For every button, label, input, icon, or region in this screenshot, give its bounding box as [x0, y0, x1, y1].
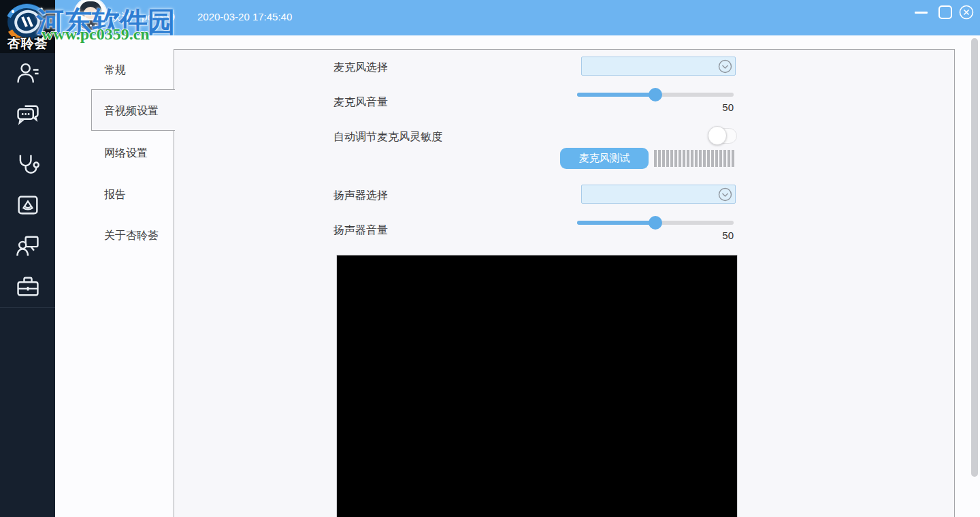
speaker-volume-value: 50: [701, 230, 734, 241]
watermark-site-url: www.pc0359.cn: [42, 25, 150, 44]
sidebar-item-toolbox[interactable]: [14, 273, 42, 300]
tab-general[interactable]: 常规: [104, 63, 126, 78]
tab-report[interactable]: 报告: [104, 188, 126, 202]
datetime-text: 2020-03-20 17:45:40: [197, 11, 292, 22]
scrollbar-thumb[interactable]: [971, 38, 978, 477]
app-window: 欢迎，pc0359 2020-03-20 17:45:40: [0, 0, 980, 517]
mic-level-meter: [654, 150, 734, 167]
chevron-down-icon: [718, 187, 732, 202]
sidebar-item-consult[interactable]: [14, 151, 42, 178]
speaker-select-label: 扬声器选择: [333, 189, 388, 203]
speaker-select-dropdown[interactable]: [581, 185, 736, 204]
stethoscope-icon: [14, 151, 42, 178]
mic-select-dropdown[interactable]: [581, 57, 736, 76]
slider-thumb[interactable]: [649, 216, 662, 230]
mic-volume-label: 麦克风音量: [333, 95, 388, 110]
tab-about[interactable]: 关于杏聆荟: [104, 229, 159, 243]
camera-preview: [336, 255, 738, 517]
minimize-button[interactable]: [915, 12, 928, 14]
mic-select-label: 麦克风选择: [333, 61, 388, 75]
speaker-volume-label: 扬声器音量: [333, 223, 388, 238]
mic-volume-value: 50: [701, 101, 734, 113]
sidebar-item-contacts[interactable]: [14, 60, 42, 87]
sidebar-item-lecture[interactable]: [14, 232, 42, 260]
tab-network[interactable]: 网络设置: [104, 146, 148, 161]
auto-gain-label: 自动调节麦克风灵敏度: [333, 130, 442, 144]
chat-icon: [14, 101, 42, 128]
slider-fill: [577, 221, 655, 225]
toolbox-icon: [14, 273, 42, 300]
sidebar-divider: [0, 307, 55, 308]
maximize-button[interactable]: [938, 5, 952, 19]
sidebar-item-ultrasound[interactable]: [14, 191, 42, 219]
auto-gain-toggle[interactable]: [708, 126, 738, 145]
tab-audio-video[interactable]: 音视频设置: [104, 104, 159, 119]
slider-fill: [577, 93, 655, 97]
close-icon: [959, 5, 974, 20]
toggle-knob: [708, 126, 727, 145]
mic-volume-slider[interactable]: [577, 88, 734, 101]
close-button[interactable]: [959, 5, 974, 20]
speaker-volume-slider[interactable]: [577, 216, 734, 230]
lecture-icon: [14, 232, 42, 260]
mic-test-button[interactable]: 麦克风测试: [560, 148, 649, 169]
slider-thumb[interactable]: [649, 88, 662, 101]
chevron-down-icon: [718, 59, 732, 74]
sidebar: 杏聆荟: [0, 0, 55, 517]
ultrasound-icon: [14, 191, 42, 219]
contacts-icon: [14, 60, 42, 87]
sidebar-item-chat[interactable]: [14, 101, 42, 128]
